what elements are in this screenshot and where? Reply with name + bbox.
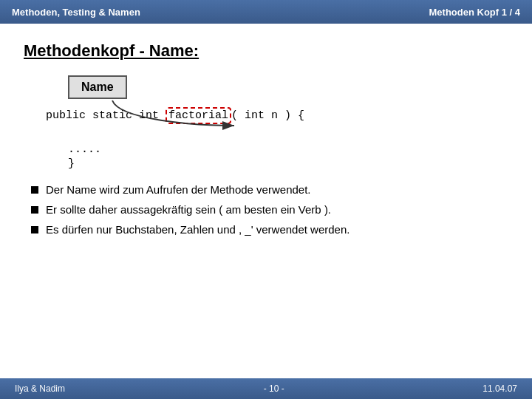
footer-right: 11.04.07 bbox=[482, 383, 517, 394]
name-box: Name bbox=[68, 75, 127, 99]
footer-center: - 10 - bbox=[264, 383, 284, 394]
footer-left: Ilya & Nadim bbox=[15, 383, 65, 394]
code-closing-brace: } bbox=[46, 157, 508, 170]
code-suffix: ( int n ) { bbox=[231, 109, 304, 122]
footer: Ilya & Nadim - 10 - 11.04.07 bbox=[0, 378, 532, 399]
factorial-highlight: factorial bbox=[166, 107, 231, 124]
bullet-item-2: Er sollte daher aussagekräftig sein ( am… bbox=[31, 203, 508, 216]
bullet-text-1: Der Name wird zum Aufrufen der Methode v… bbox=[46, 183, 311, 196]
bullet-square-1 bbox=[31, 186, 38, 194]
bullet-item-1: Der Name wird zum Aufrufen der Methode v… bbox=[31, 183, 508, 196]
code-line-1: public static int factorial( int n ) { bbox=[46, 109, 304, 122]
header-left-title: Methoden, Testing & Namen bbox=[12, 7, 140, 18]
bullet-text-3: Es dürfen nur Buchstaben, Zahlen und , _… bbox=[46, 223, 349, 236]
bullet-square-2 bbox=[31, 206, 38, 214]
bullet-square-3 bbox=[31, 226, 38, 233]
code-dots: ..... bbox=[46, 143, 508, 156]
header-right-title: Methoden Kopf 1 / 4 bbox=[429, 7, 521, 18]
code-prefix: public static int bbox=[46, 109, 166, 122]
page-title: Methodenkopf - Name: bbox=[24, 41, 508, 61]
bullet-list: Der Name wird zum Aufrufen der Methode v… bbox=[24, 183, 508, 236]
bullet-text-2: Er sollte daher aussagekräftig sein ( am… bbox=[46, 203, 331, 216]
bullet-item-3: Es dürfen nur Buchstaben, Zahlen und , _… bbox=[31, 223, 508, 236]
